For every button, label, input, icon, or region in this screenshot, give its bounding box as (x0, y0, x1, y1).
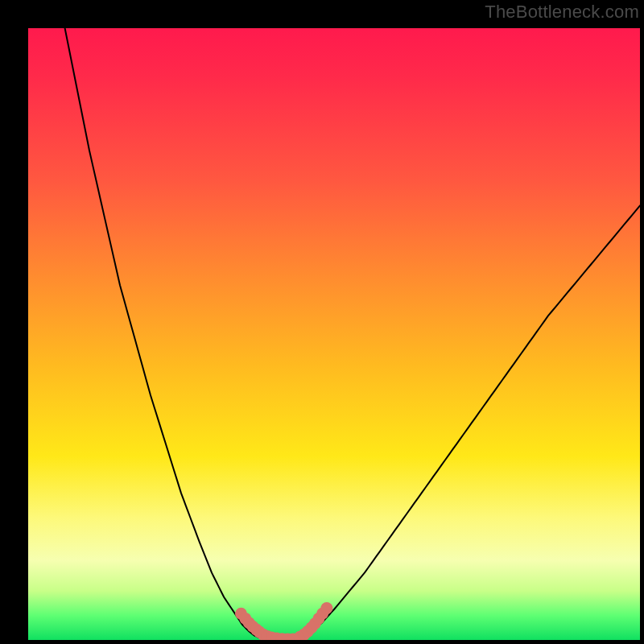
black-curve (65, 28, 640, 639)
bottleneck-curve (65, 28, 640, 639)
plot-area (28, 28, 640, 640)
highlight-dots (235, 602, 332, 640)
curve-svg (28, 28, 640, 640)
chart-container: TheBottleneck.com (0, 0, 644, 644)
highlight-dot (320, 602, 332, 614)
watermark-text: TheBottleneck.com (485, 2, 639, 23)
